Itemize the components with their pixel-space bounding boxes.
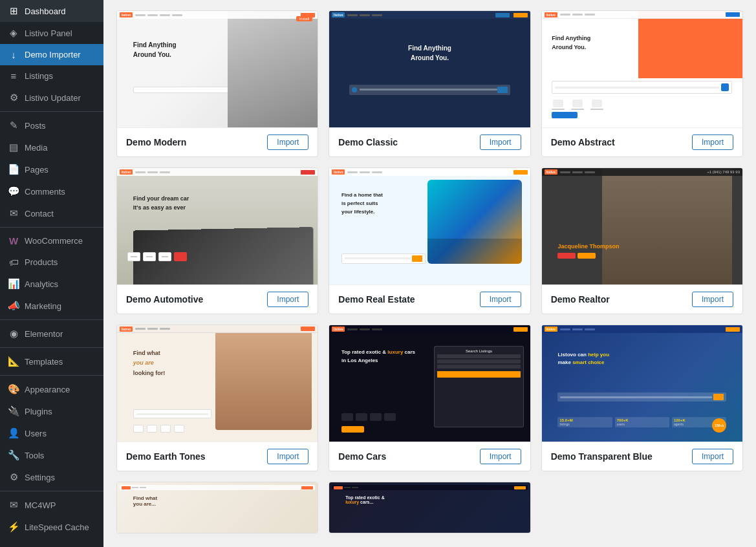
sidebar: ⊞ Dashboard ◈ Listivo Panel ↓ Demo Impor… <box>0 0 103 547</box>
users-icon: 👤 <box>8 427 19 439</box>
demo-card-realestate: listivo Find a home thatis perfect suits… <box>329 167 530 314</box>
sidebar-item-marketing[interactable]: 📣 Marketing <box>0 295 103 317</box>
import-button-realtor[interactable]: Import <box>692 292 733 307</box>
dashboard-icon: ⊞ <box>8 5 19 17</box>
sidebar-item-plugins[interactable]: 🔌 Plugins <box>0 400 103 422</box>
demo-card-title-realtor: Demo Realtor <box>551 294 610 305</box>
listings-icon: ≡ <box>8 70 19 81</box>
demo-card-title-classic: Demo Classic <box>338 137 398 147</box>
sidebar-item-label: Dashboard <box>25 6 66 16</box>
sidebar-item-label: Media <box>25 143 47 153</box>
sidebar-item-elementor[interactable]: ◉ Elementor <box>0 323 103 345</box>
import-button-abstract[interactable]: Import <box>692 134 733 150</box>
demo-card-image-cars: listivo Top rated exotic & luxury carsin… <box>329 325 530 442</box>
sidebar-item-label: Tools <box>25 451 44 460</box>
sidebar-item-settings[interactable]: ⚙ Settings <box>0 466 103 488</box>
demo-card-footer-automotive: Demo Automotive Import <box>117 284 318 314</box>
sidebar-item-analytics[interactable]: 📊 Analytics <box>0 273 103 295</box>
sidebar-item-contact[interactable]: ✉ Contact <box>0 202 103 224</box>
sidebar-item-posts[interactable]: ✎ Posts <box>0 114 103 136</box>
listivo-panel-icon: ◈ <box>8 27 19 39</box>
sidebar-item-tools[interactable]: 🔧 Tools <box>0 444 103 466</box>
demo-card-image-realtor: listivo +1 (941) 749 93 93 Jacqueline Th… <box>542 168 742 284</box>
divider-6 <box>0 491 103 491</box>
demo-card-title-cars: Demo Cars <box>338 451 386 462</box>
sidebar-item-appearance[interactable]: 🎨 Appearance <box>0 378 103 400</box>
elementor-icon: ◉ <box>8 328 19 339</box>
demo-card-title-realestate: Demo Real Estate <box>338 294 415 305</box>
sidebar-item-label: Demo Importer <box>25 50 81 59</box>
demo-card-cars: listivo Top rated exotic & luxury carsin… <box>329 325 530 471</box>
comments-icon: 💬 <box>8 186 19 197</box>
demo-card-footer-earth: Demo Earth Tones Import <box>117 442 318 471</box>
demo-card-footer-realtor: Demo Realtor Import <box>542 284 742 314</box>
sidebar-item-listings[interactable]: ≡ Listings <box>0 65 103 87</box>
demo-card-image-realestate: listivo Find a home thatis perfect suits… <box>329 168 530 284</box>
appearance-icon: 🎨 <box>8 383 19 395</box>
demo-card-blue: listivo Listovo can help youmake smart c… <box>541 325 743 471</box>
sidebar-item-mc4wp[interactable]: ✉ MC4WP <box>0 494 103 516</box>
sidebar-item-label: Analytics <box>25 279 58 289</box>
sidebar-item-label: Contact <box>25 209 54 219</box>
settings-icon: ⚙ <box>8 471 19 483</box>
sidebar-item-media[interactable]: ▤ Media <box>0 136 103 158</box>
demo-card-earth: listivo Find whatyou arelooking for! <box>116 325 318 471</box>
demo-card-footer-realestate: Demo Real Estate Import <box>329 284 530 314</box>
sidebar-item-label: Elementor <box>25 329 63 339</box>
sidebar-item-demo-importer[interactable]: ↓ Demo Importer <box>0 44 103 65</box>
import-button-realestate[interactable]: Import <box>480 292 521 307</box>
sidebar-item-pages[interactable]: 📄 Pages <box>0 158 103 180</box>
demo-card-footer-modern: Demo Modern Import <box>117 127 318 156</box>
sidebar-item-label: Users <box>25 429 47 438</box>
sidebar-item-litespeed[interactable]: ⚡ LiteSpeed Cache <box>0 516 103 538</box>
divider-2 <box>0 227 103 228</box>
sidebar-item-templates[interactable]: 📐 Templates <box>0 350 103 372</box>
demo-card-title-modern: Demo Modern <box>126 137 186 147</box>
pages-icon: 📄 <box>8 164 19 175</box>
sidebar-item-label: Listings <box>25 71 53 81</box>
sidebar-item-label: Comments <box>25 187 65 197</box>
media-icon: ▤ <box>8 142 19 153</box>
demo-card-automotive: listivo Find your dream carIt's as easy … <box>116 167 318 314</box>
demo-card-footer-abstract: Demo Abstract Import <box>542 127 742 156</box>
templates-icon: 📐 <box>8 356 19 367</box>
import-button-blue[interactable]: Import <box>692 449 733 464</box>
divider-1 <box>0 111 103 112</box>
sidebar-item-label: LiteSpeed Cache <box>25 522 89 532</box>
sidebar-item-dashboard[interactable]: ⊞ Dashboard <box>0 0 103 22</box>
demo-card-title-automotive: Demo Automotive <box>126 294 203 305</box>
sidebar-item-listivo-panel[interactable]: ◈ Listivo Panel <box>0 22 103 44</box>
demo-card-image-modern: listivo Find AnythingAround You. Install <box>117 11 318 127</box>
import-button-cars[interactable]: Import <box>480 449 521 464</box>
import-button-classic[interactable]: Import <box>480 134 521 150</box>
sidebar-item-comments[interactable]: 💬 Comments <box>0 180 103 202</box>
demo-card-partial-2: Top rated exotic &luxury cars... <box>329 482 530 533</box>
demo-grid: listivo Find AnythingAround You. Install… <box>116 10 743 471</box>
import-button-earth[interactable]: Import <box>267 449 308 464</box>
sidebar-item-label: Appearance <box>25 385 70 394</box>
demo-card-title-earth: Demo Earth Tones <box>126 451 206 462</box>
import-button-automotive[interactable]: Import <box>267 292 308 307</box>
sidebar-item-woocommerce[interactable]: W WooCommerce <box>0 230 103 252</box>
demo-importer-icon: ↓ <box>8 49 19 60</box>
demo-card-footer-cars: Demo Cars Import <box>329 442 530 471</box>
products-icon: 🏷 <box>8 257 19 268</box>
sidebar-item-products[interactable]: 🏷 Products <box>0 252 103 273</box>
sidebar-item-label: Listivo Panel <box>25 28 72 38</box>
mc4wp-icon: ✉ <box>8 499 19 511</box>
divider-4 <box>0 347 103 348</box>
import-button-modern[interactable]: Import <box>267 134 308 150</box>
sidebar-item-listivo-updater[interactable]: ⚙ Listivo Updater <box>0 87 103 109</box>
sidebar-item-label: Listivo Updater <box>25 93 81 103</box>
divider-3 <box>0 319 103 320</box>
woocommerce-icon: W <box>8 235 19 246</box>
demo-card-modern: listivo Find AnythingAround You. Install… <box>116 10 318 157</box>
demo-card-abstract: listivo Find AnythingAround You. <box>541 10 743 157</box>
demo-card-classic: listivo Find AnythingAround You. Demo Cl… <box>329 10 530 157</box>
sidebar-item-label: Plugins <box>25 407 52 416</box>
demo-card-partial-3 <box>541 482 743 533</box>
demo-card-realtor: listivo +1 (941) 749 93 93 Jacqueline Th… <box>541 167 743 314</box>
demo-card-image-automotive: listivo Find your dream carIt's as easy … <box>117 168 318 284</box>
sidebar-item-users[interactable]: 👤 Users <box>0 422 103 444</box>
marketing-icon: 📣 <box>8 300 19 312</box>
